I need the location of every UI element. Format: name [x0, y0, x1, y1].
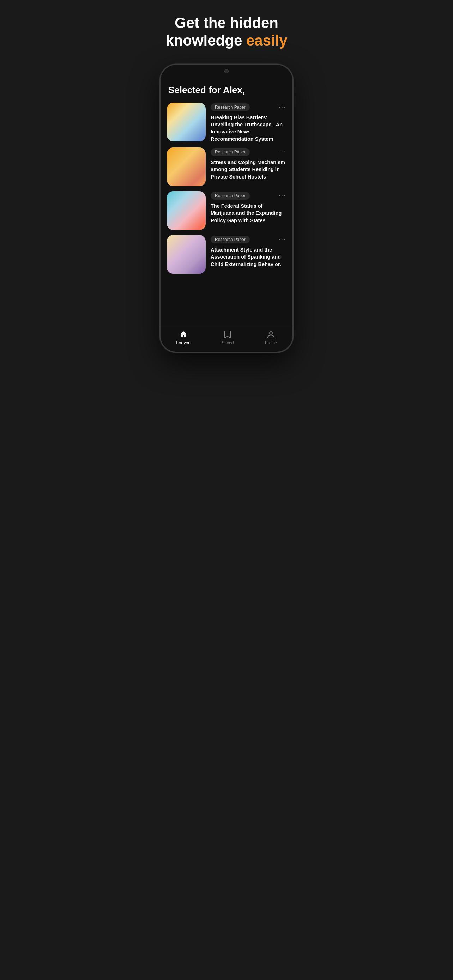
profile-icon: [266, 330, 275, 339]
nav-profile[interactable]: Profile: [265, 330, 277, 345]
card-badge-4: Research Paper: [211, 235, 250, 243]
card-content-4: Research Paper ··· Attachment Style and …: [211, 235, 286, 268]
phone-camera: [224, 69, 229, 73]
nav-profile-label: Profile: [265, 340, 277, 345]
nav-for-you-label: For you: [176, 340, 191, 345]
card-title-4: Attachment Style and the Association of …: [211, 246, 286, 268]
svg-point-0: [270, 332, 272, 334]
card-header-1: Research Paper ···: [211, 103, 286, 111]
nav-saved[interactable]: Saved: [222, 330, 234, 345]
phone-notch-bar: [161, 65, 292, 78]
card-thumbnail-1: [167, 103, 206, 142]
more-options-button-4[interactable]: ···: [279, 235, 286, 243]
phone-screen: Selected for Alex, Research Paper ··· Br…: [161, 78, 292, 325]
card-header-2: Research Paper ···: [211, 148, 286, 156]
hero-section: Get the hidden knowledge easily: [158, 14, 294, 50]
hero-line2: knowledge: [165, 32, 246, 49]
card-title-1: Breaking Bias Barriers: Unveiling the Tr…: [211, 114, 286, 143]
card-header-4: Research Paper ···: [211, 235, 286, 243]
bookmark-icon: [223, 330, 232, 339]
more-options-button-2[interactable]: ···: [279, 148, 286, 156]
card-badge-2: Research Paper: [211, 148, 250, 156]
card-list: Research Paper ··· Breaking Bias Barrier…: [167, 103, 286, 281]
card-item[interactable]: Research Paper ··· Stress and Coping Mec…: [167, 148, 286, 186]
phone-frame: Selected for Alex, Research Paper ··· Br…: [159, 64, 294, 353]
home-icon: [179, 330, 188, 339]
more-options-button-3[interactable]: ···: [279, 192, 286, 199]
card-content-1: Research Paper ··· Breaking Bias Barrier…: [211, 103, 286, 143]
card-content-2: Research Paper ··· Stress and Coping Mec…: [211, 148, 286, 180]
bottom-nav: For you Saved Profile: [161, 325, 292, 352]
hero-line1: Get the hidden: [175, 14, 278, 31]
card-title-3: The Federal Status of Marijuana and the …: [211, 202, 286, 224]
nav-for-you[interactable]: For you: [176, 330, 191, 345]
card-thumbnail-3: [167, 191, 206, 230]
card-item[interactable]: Research Paper ··· Attachment Style and …: [167, 235, 286, 274]
screen-greeting: Selected for Alex,: [167, 85, 286, 95]
card-thumbnail-2: [167, 148, 206, 186]
nav-saved-label: Saved: [222, 340, 234, 345]
more-options-button-1[interactable]: ···: [279, 103, 286, 111]
card-thumbnail-4: [167, 235, 206, 274]
hero-title: Get the hidden knowledge easily: [165, 14, 287, 50]
hero-highlight: easily: [246, 32, 288, 49]
card-item[interactable]: Research Paper ··· Breaking Bias Barrier…: [167, 103, 286, 143]
card-header-3: Research Paper ···: [211, 192, 286, 200]
card-badge-1: Research Paper: [211, 103, 250, 111]
card-item[interactable]: Research Paper ··· The Federal Status of…: [167, 191, 286, 230]
card-badge-3: Research Paper: [211, 192, 250, 200]
card-content-3: Research Paper ··· The Federal Status of…: [211, 191, 286, 224]
card-title-2: Stress and Coping Mechanism among Studen…: [211, 159, 286, 180]
